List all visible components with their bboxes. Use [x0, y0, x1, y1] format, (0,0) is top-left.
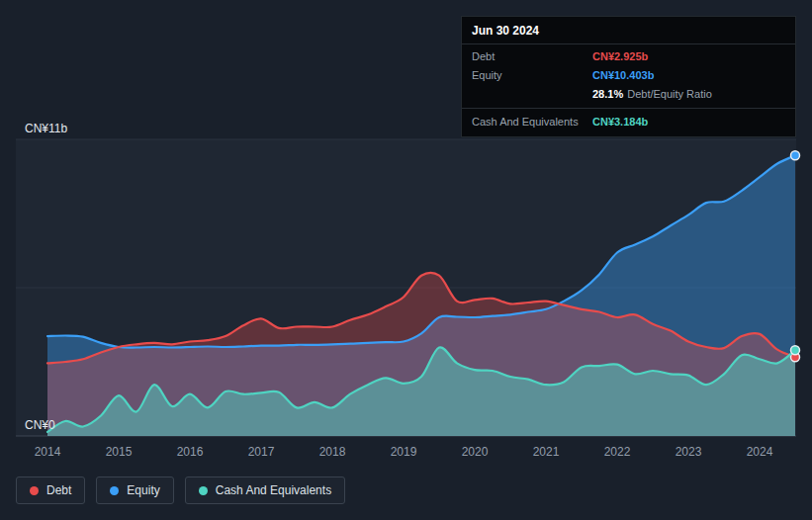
cash-endpoint-marker: [791, 346, 800, 355]
x-tick-label: 2019: [391, 445, 417, 459]
x-tick-label: 2022: [604, 445, 631, 459]
tooltip-cash-row: Cash And Equivalents CN¥3.184b: [462, 108, 795, 136]
cash-color-dot: [199, 486, 208, 495]
x-tick-label: 2016: [177, 445, 204, 459]
tooltip-debt-label: Debt: [472, 49, 592, 64]
x-tick-label: 2018: [319, 445, 346, 459]
tooltip-cash-label: Cash And Equivalents: [472, 115, 592, 130]
x-tick-label: 2020: [462, 445, 489, 459]
legend-label-equity: Equity: [127, 483, 159, 497]
tooltip-debt-value: CN¥2.925b: [592, 49, 648, 64]
x-tick-label: 2023: [676, 445, 702, 459]
legend-label-cash: Cash And Equivalents: [216, 483, 331, 497]
x-tick-label: 2024: [747, 445, 773, 459]
x-tick-label: 2014: [35, 445, 61, 459]
tooltip-debt-row: Debt CN¥2.925b: [462, 44, 795, 66]
x-tick-label: 2021: [533, 445, 560, 459]
tooltip-ratio-label: Debt/Equity Ratio: [627, 87, 712, 102]
legend-item-debt[interactable]: Debt: [16, 477, 85, 504]
y-axis-label-top: CN¥11b: [25, 122, 67, 135]
tooltip-ratio-row: 28.1% Debt/Equity Ratio: [462, 85, 795, 104]
tooltip-equity-label: Equity: [472, 68, 592, 83]
chart-tooltip: Jun 30 2024 Debt CN¥2.925b Equity CN¥10.…: [461, 16, 796, 137]
equity-endpoint-marker: [791, 151, 800, 160]
y-axis-label-bottom: CN¥0: [25, 418, 55, 432]
legend-item-cash[interactable]: Cash And Equivalents: [185, 477, 345, 504]
legend-item-equity[interactable]: Equity: [96, 477, 173, 504]
x-tick-label: 2017: [248, 445, 275, 459]
tooltip-equity-value: CN¥10.403b: [592, 68, 654, 83]
legend-label-debt: Debt: [46, 483, 71, 497]
tooltip-ratio-value: 28.1%: [592, 87, 623, 102]
x-tick-label: 2015: [106, 445, 133, 459]
tooltip-cash-value: CN¥3.184b: [592, 115, 648, 130]
chart-legend: Debt Equity Cash And Equivalents: [16, 477, 345, 504]
equity-color-dot: [110, 486, 119, 495]
debt-color-dot: [30, 486, 39, 495]
tooltip-equity-row: Equity CN¥10.403b: [462, 66, 795, 85]
tooltip-date: Jun 30 2024: [462, 17, 795, 44]
